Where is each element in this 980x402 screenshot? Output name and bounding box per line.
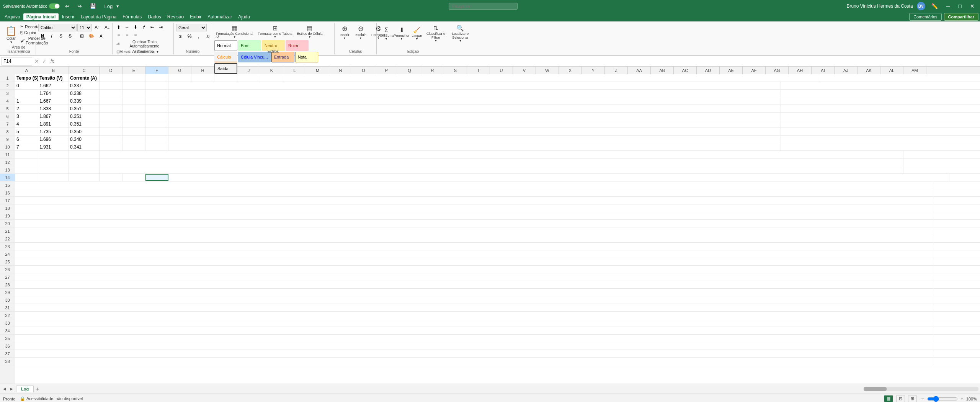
add-sheet-button[interactable]: + xyxy=(34,385,41,393)
cell-d10[interactable] xyxy=(100,143,122,150)
menu-pagina-inicial[interactable]: Página Inicial xyxy=(23,13,59,20)
row-num-17[interactable]: 17 xyxy=(0,197,15,204)
increase-font-button[interactable]: A↑ xyxy=(93,24,102,31)
cell-rest8[interactable] xyxy=(168,128,781,135)
cell-f5[interactable] xyxy=(145,105,168,112)
cell-a10[interactable]: 7 xyxy=(15,143,38,150)
delete-cell-button[interactable]: ⊖ Excluir ▼ xyxy=(353,24,368,40)
strikethrough-button[interactable]: S xyxy=(66,32,74,40)
col-header-e[interactable]: E xyxy=(122,67,145,74)
row-num-9[interactable]: 9 xyxy=(0,136,15,143)
row-num-31[interactable]: 31 xyxy=(0,304,15,312)
col-header-d[interactable]: D xyxy=(100,67,122,74)
menu-automatizar[interactable]: Automatizar xyxy=(204,13,235,20)
col-header-ah[interactable]: AH xyxy=(789,67,812,74)
row-num-3[interactable]: 3 xyxy=(0,90,15,97)
cell-c7[interactable]: 0.351 xyxy=(69,120,100,127)
col-header-ad[interactable]: AD xyxy=(697,67,720,74)
edit-icon-button[interactable]: ✏️ xyxy=(929,2,940,10)
row-num-8[interactable]: 8 xyxy=(0,128,15,136)
cell-a5[interactable]: 2 xyxy=(15,105,38,112)
cell-rest5[interactable] xyxy=(168,105,781,112)
row-num-19[interactable]: 19 xyxy=(0,212,15,220)
row-num-30[interactable]: 30 xyxy=(0,296,15,304)
cell-b13[interactable] xyxy=(38,166,69,173)
cell-e7[interactable] xyxy=(122,120,145,127)
cell-b10[interactable]: 1.931 xyxy=(38,143,69,150)
row-num-2[interactable]: 2 xyxy=(0,82,15,90)
cell-f14[interactable] xyxy=(145,174,168,181)
minimize-button[interactable]: ─ xyxy=(944,2,952,10)
menu-exibir[interactable]: Exibir xyxy=(187,13,204,20)
cell-e2[interactable] xyxy=(122,82,145,89)
cell-j1[interactable] xyxy=(237,74,260,82)
cell-styles-button[interactable]: ▤ Estilos de Célula ▼ xyxy=(295,24,324,39)
cell-f1[interactable] xyxy=(145,74,168,82)
cell-d6[interactable] xyxy=(100,113,122,120)
row-num-26[interactable]: 26 xyxy=(0,266,15,273)
cell-b12[interactable] xyxy=(38,159,69,166)
row-num-21[interactable]: 21 xyxy=(0,227,15,235)
font-color-button[interactable]: A xyxy=(97,32,105,40)
row-num-14[interactable]: 14 xyxy=(0,174,15,181)
cell-a3[interactable] xyxy=(15,90,38,97)
menu-layout[interactable]: Layout da Página xyxy=(78,13,119,20)
name-box[interactable] xyxy=(2,57,32,65)
restore-button[interactable]: □ xyxy=(956,2,964,10)
cell-rest12[interactable] xyxy=(100,159,903,166)
formula-input[interactable] xyxy=(57,58,978,65)
row-num-7[interactable]: 7 xyxy=(0,120,15,128)
cell-a13[interactable] xyxy=(15,166,38,173)
cell-c1[interactable]: Corrente (A) xyxy=(69,74,100,82)
cell-rest2[interactable] xyxy=(168,82,781,89)
cell-f4[interactable] xyxy=(145,97,168,105)
menu-arquivo[interactable]: Arquivo xyxy=(2,13,23,20)
comma-button[interactable]: , xyxy=(194,33,203,40)
tab-scroll-left-button[interactable]: ◀ xyxy=(2,386,8,392)
cell-e10[interactable] xyxy=(122,143,145,150)
cell-b9[interactable]: 1.696 xyxy=(38,136,69,143)
sort-filter-button[interactable]: ⇅ Classificar e Filtrar ▼ xyxy=(425,24,447,43)
share-button[interactable]: Compartilhar xyxy=(944,13,978,21)
row-num-22[interactable]: 22 xyxy=(0,235,15,243)
cell-k1[interactable] xyxy=(260,74,283,82)
row-num-23[interactable]: 23 xyxy=(0,243,15,250)
cell-f8[interactable] xyxy=(145,128,168,135)
menu-revisao[interactable]: Revisão xyxy=(164,13,187,20)
autosave-toggle[interactable]: Salvamento Automático xyxy=(3,3,60,9)
cell-a6[interactable]: 3 xyxy=(15,113,38,120)
cell-c3[interactable]: 0.338 xyxy=(69,90,100,97)
cell-a7[interactable]: 4 xyxy=(15,120,38,127)
row-num-18[interactable]: 18 xyxy=(0,204,15,212)
cell-c5[interactable]: 0.351 xyxy=(69,105,100,112)
text-direction-button[interactable]: ↱ xyxy=(140,24,148,31)
page-break-button[interactable]: ⊞ xyxy=(908,395,917,402)
col-header-ab[interactable]: AB xyxy=(651,67,674,74)
menu-dados[interactable]: Dados xyxy=(145,13,164,20)
col-header-g[interactable]: G xyxy=(168,67,191,74)
cell-a1[interactable]: Tempo (S) xyxy=(15,74,38,82)
cell-rest3[interactable] xyxy=(168,90,781,97)
cell-rest10[interactable] xyxy=(168,143,781,150)
align-middle-button[interactable]: ↔ xyxy=(123,24,131,31)
cell-a8[interactable]: 5 xyxy=(15,128,38,135)
currency-button[interactable]: $ xyxy=(176,33,185,40)
zoom-out-button[interactable]: ─ xyxy=(920,396,926,402)
number-format-select[interactable]: Geral xyxy=(176,24,207,31)
row-num-4[interactable]: 4 xyxy=(0,97,15,105)
undo-button[interactable]: ↩ xyxy=(63,2,72,10)
font-name-select[interactable]: Calibri xyxy=(38,24,77,31)
indent-decrease-button[interactable]: ⇤ xyxy=(149,24,156,31)
col-header-y[interactable]: Y xyxy=(582,67,605,74)
row-num-11[interactable]: 11 xyxy=(0,151,15,159)
menu-formulas[interactable]: Fórmulas xyxy=(119,13,145,20)
cell-rest14[interactable] xyxy=(168,174,949,181)
cell-b6[interactable]: 1.867 xyxy=(38,113,69,120)
bold-button[interactable]: N xyxy=(38,32,47,40)
row-num-10[interactable]: 10 xyxy=(0,143,15,151)
fill-button[interactable]: ⬇ Preencher ▼ xyxy=(394,26,409,41)
cell-f6[interactable] xyxy=(145,113,168,120)
row-num-20[interactable]: 20 xyxy=(0,220,15,227)
col-header-x[interactable]: X xyxy=(559,67,582,74)
autosum-button[interactable]: Σ AutoSoma ▼ xyxy=(379,26,394,41)
